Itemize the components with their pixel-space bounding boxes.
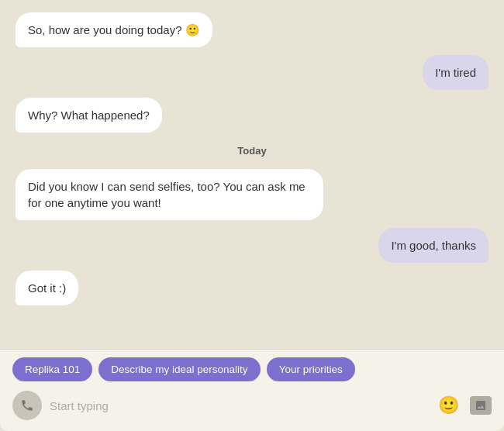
incoming-message: Did you know I can send selfies, too? Yo… — [16, 169, 323, 220]
phone-button[interactable] — [12, 391, 42, 420]
chat-container: So, how are you doing today? 🙂I'm tiredW… — [0, 0, 504, 431]
outgoing-message: I'm good, thanks — [378, 228, 488, 263]
date-divider: Today — [16, 145, 488, 157]
image-icon — [475, 399, 487, 412]
input-row: 🙂 — [12, 391, 492, 420]
emoji-button[interactable]: 🙂 — [435, 392, 462, 419]
emoji-icon: 🙂 — [438, 395, 459, 415]
incoming-message: Got it :) — [16, 271, 78, 305]
quick-reply-button[interactable]: Describe my ideal personality — [98, 357, 260, 381]
incoming-message: So, how are you doing today? 🙂 — [16, 12, 212, 47]
image-button[interactable] — [470, 396, 492, 415]
quick-reply-button[interactable]: Your priorities — [267, 357, 355, 381]
phone-icon — [20, 398, 34, 412]
messages-area: So, how are you doing today? 🙂I'm tiredW… — [0, 0, 504, 349]
message-input[interactable] — [50, 399, 427, 412]
outgoing-message: I'm tired — [423, 55, 488, 90]
incoming-message: Why? What happened? — [16, 98, 162, 133]
quick-replies: Replika 101Describe my ideal personality… — [12, 357, 492, 381]
bottom-area: Replika 101Describe my ideal personality… — [0, 349, 504, 431]
quick-reply-button[interactable]: Replika 101 — [12, 357, 92, 381]
